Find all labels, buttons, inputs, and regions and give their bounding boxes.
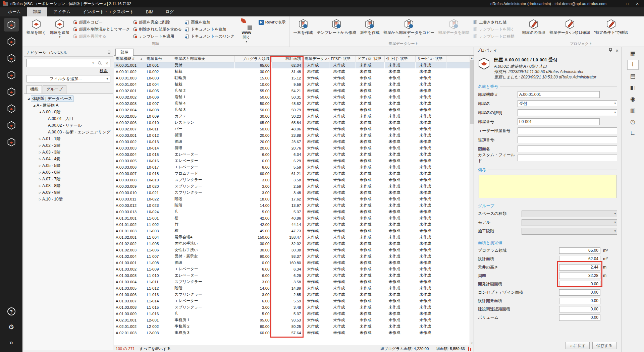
property-tab-icon[interactable]: ∟ [627,128,639,138]
sidebar-module-button[interactable] [0,83,22,100]
save-button[interactable]: 保存する [592,342,616,349]
room-list-tab[interactable]: 部屋 [115,49,133,56]
show-in-revit-button[interactable]: R Revitで表示 [259,19,286,25]
ribbon-small-button[interactable]: 部屋を削除済みとしてマーク [73,26,130,32]
sidebar-module-button[interactable] [0,16,22,33]
table-row[interactable]: A.01.03.008 L1-015 スプリンクラー 3.00 3.48 未作成… [114,304,470,310]
settings-button[interactable]: ⚙ [0,319,22,335]
tree-item[interactable]: A.00.02 - リテール [24,122,113,129]
sidebar-module-button[interactable] [0,134,22,151]
ribbon-big-button[interactable]: 部屋名の管理 [520,18,547,42]
ribbon-small-button[interactable]: テンプレートに移動 [473,33,514,39]
table-row[interactable]: A.00.02.001 L0-005 店舗 2 55.00 54.21 未作成未… [114,87,470,94]
table-row[interactable]: A.01.03.006 L1-013 スプリンクラー 3.00 2.85 未作成… [114,291,470,298]
table-row[interactable]: A.01.03.004 L1-011 スプリンクラー 3.00 3.58 未作成… [114,279,470,285]
ribbon-big-button[interactable]: 部屋データを削除 [436,18,472,42]
ribbon-tab[interactable]: アイテム [47,7,76,16]
table-row[interactable]: A.02.01.002 L2-002 事務所 2 80.00 80.25 未作成… [114,323,470,330]
table-row[interactable]: A.00.01.003 L0-003 駐輪所 15.00 15.12 未作成未作… [114,75,470,81]
table-row[interactable]: A.00.03.007 L0-018 プロムナード 60.00 61.21 未作… [114,170,470,177]
table-row[interactable]: A.01.03.003 L1-010 エレベーター 6.00 6.29 未作成未… [114,272,470,279]
property-field[interactable] [518,155,617,161]
table-row[interactable]: A.00.02.005 L0-009 カフェ 30.00 30.23 未作成未作… [114,113,470,119]
ribbon-big-button[interactable]: 部屋データ<->項目確認 [547,18,592,42]
col-header-design-area[interactable]: 設計面積 [271,56,303,62]
tree-expander-icon[interactable]: ▷ [38,171,42,174]
property-field[interactable]: ▾ [518,109,617,116]
tree-item[interactable]: ▷ A.09 - 9階 [24,189,113,196]
minimize-button[interactable]: ─ [612,0,622,7]
area-field[interactable]: 0.00 [559,306,600,312]
col-header-service-status[interactable]: サービス: 状態 [415,56,446,62]
col-header-ffe-status[interactable]: FF&E: 状態 [329,56,356,62]
vertical-scrollbar[interactable]: ▲ ▼ [470,56,474,345]
table-row[interactable]: A.01.02.004 L1-007 受付・展示室 90.00 93.37 未作… [114,253,470,259]
pin-icon[interactable] [107,51,111,55]
table-row[interactable]: A.00.02.002 L0-006 店舗 1 50.00 50.31 未作成未… [114,94,470,100]
ribbon-small-button[interactable]: ドキュメントへのリンク [184,33,234,39]
tree-item[interactable]: ▷ A.06 - 6階 [24,169,113,176]
table-row[interactable]: A.00.03.005 L0-016 エレベーター 6.00 6.29 未作成未… [114,158,470,164]
property-field[interactable] [518,127,617,134]
table-row[interactable]: A.00.03.002 L0-013 循環 20.00 23.67 未作成未作成… [114,138,470,145]
area-field[interactable]: 0.00 [559,289,600,296]
table-row[interactable]: A.01.03.002 L1-009 エレベーター 6.00 6.34 未作成未… [114,266,470,272]
ribbon-tab[interactable]: インポート・エクスポート [76,7,140,16]
ribbon-small-button[interactable]: 上書きされた値 [473,19,514,25]
property-tab-icon[interactable]: ▥ [627,105,639,115]
search-dropdown-icon[interactable]: ˅ [90,61,96,65]
tree-item[interactable]: ▷ A.04 - 4愛 [24,156,113,162]
property-tab-icon[interactable]: ◉ [627,94,639,104]
table-row[interactable]: A.02.01.003 L2-003 事務所 3 60.00 57.64 未作成… [114,330,470,336]
tree-expander-icon[interactable]: ▷ [38,151,42,154]
table-row[interactable]: A.00.03.004 L0-015 エレベーター 6.00 6.34 未作成未… [114,151,470,158]
tree-item[interactable]: A.00.01 - 入口 [24,115,113,122]
col-header-function[interactable]: 部屋機能 #▲ [114,56,145,62]
www-open-button[interactable]: www 開く ▾ [236,18,257,44]
property-tab-icon[interactable]: ◧ [627,82,639,93]
area-field[interactable]: 0.00 [559,281,600,287]
maximize-button[interactable]: □ [623,0,632,7]
table-row[interactable]: A.00.02.004 L0-008 店舗 3 50.00 50.79 未作成未… [114,107,470,113]
ribbon-small-button[interactable]: 削除された部屋を含める [132,26,182,32]
tree-item[interactable]: ▷ A.10 - 10階 [24,196,113,202]
area-field[interactable]: 0.00 [559,298,600,304]
tree-item[interactable]: ◢ A - 建築物 A [24,102,113,109]
ribbon-big-button[interactable]: 部屋を開く [24,18,48,42]
search-icon[interactable] [96,61,104,65]
group-combo[interactable]: ▾ [522,219,617,226]
ribbon-tab[interactable]: 部屋 [27,7,47,16]
table-row[interactable]: A.00.03.006 L0-017 エレベーター 6.00 5.59 未作成未… [114,164,470,170]
property-field[interactable] [518,145,617,152]
tree-item[interactable]: A.00.03 - 技術・エンジニアリング [24,129,113,135]
table-row[interactable]: A.00.03.008 L0-019 スプリンクラー 3.00 3.58 未作成… [114,177,470,183]
ribbon-big-button[interactable]: テンプレートから作成 [315,18,358,42]
scrollbar-thumb[interactable] [470,60,474,124]
area-field[interactable]: 65.00 [559,247,600,254]
nav-tab[interactable]: グループ [43,85,66,94]
col-header-roomdata-status[interactable]: 部屋データステータス [303,56,329,62]
close-panel-icon[interactable]: × [615,48,619,53]
nav-tab[interactable]: 機能 [26,85,42,94]
table-row[interactable]: A.01.02.001 L1-004 展示会場A 150.00 158.47 未… [114,234,470,240]
ribbon-tab[interactable]: ホーム [2,7,27,16]
pin-icon[interactable] [609,48,612,53]
area-field[interactable]: 62.04 [559,256,600,262]
ribbon-big-button[interactable]: 部屋から部屋データをコピー ▾ [381,18,436,42]
tree-item[interactable]: ◢ 体験版 | データベース [24,95,113,102]
table-row[interactable]: A.01.01.002 L1-002 竹 42.00 44.14 未作成未作成未… [114,221,470,228]
tree-expander-icon[interactable]: ▷ [38,144,42,147]
search-clear-icon[interactable]: × [104,60,110,66]
property-tab-icon[interactable]: ◷ [627,117,639,127]
notes-textarea[interactable] [479,175,616,198]
table-row[interactable]: A.02.01.001 L2-001 事務所 1 95.00 93.53 未作成… [114,317,470,323]
sidebar-module-button[interactable] [0,117,22,134]
ribbon-big-button[interactable]: 部屋を追加 ▾ [48,18,71,42]
add-filter-combo[interactable]: フィルタを追加... ▾ [26,75,110,82]
tree-expander-icon[interactable]: ▷ [38,137,42,140]
property-field[interactable]: 受付 ▾ [518,100,617,107]
table-row[interactable]: A.00.01.004 L0-004 植栽 10.00 9.59 未作成未作成未… [114,81,470,87]
property-field[interactable]: A.00.01.001 [518,91,600,98]
table-row[interactable]: A.00.01.002 L0-002 植栽 30.00 31.48 未作成未作成… [114,68,470,75]
area-field[interactable]: 32.28 [559,273,600,279]
